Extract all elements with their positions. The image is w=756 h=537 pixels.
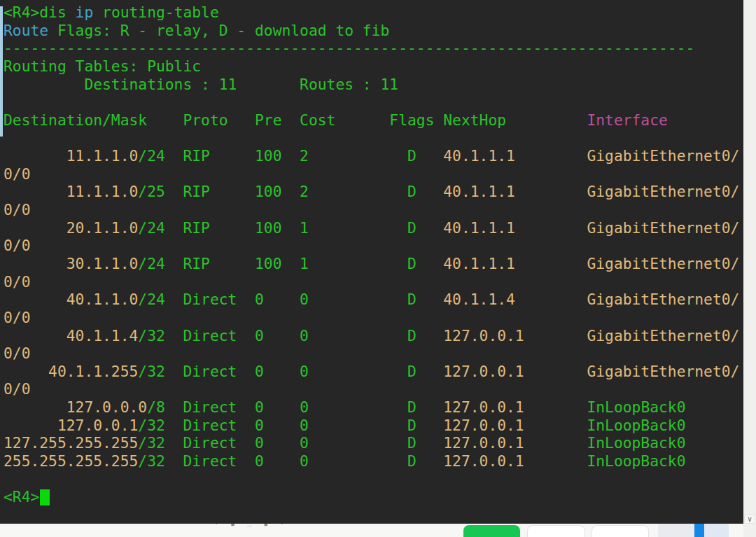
terminal-text-segment: InLoopBack0 (587, 434, 685, 452)
terminal-text-segment: ip (76, 4, 94, 21)
accent-tile[interactable] (694, 524, 704, 537)
terminal-line: 127.255.255.255/32 Direct 0 0 D 127.0.0.… (4, 434, 743, 452)
terminal-line: 30.1.1.0/24 RIP 100 1 D 40.1.1.1 Gigabit… (4, 255, 743, 273)
terminal-text-segment: GigabitEthernet0/ (587, 147, 739, 165)
terminal-line: <R4>dis ip routing-table (4, 4, 743, 22)
terminal-text-segment: /24 (138, 219, 164, 237)
terminal-text-segment: Direct 0 0 D (165, 417, 443, 434)
terminal-line (4, 129, 743, 147)
terminal-line (4, 93, 743, 111)
terminal-text-segment: 127.0.0.0 (4, 398, 147, 416)
terminal-text-segment: <R4>dis (4, 4, 76, 21)
chevron-down-icon[interactable]: ∨ (744, 515, 755, 524)
terminal-line: 20.1.1.0/24 RIP 100 1 D 40.1.1.1 Gigabit… (4, 219, 743, 237)
terminal-text-segment: InLoopBack0 (587, 398, 685, 416)
terminal-text-segment: Direct 0 0 D (165, 327, 443, 344)
terminal-text-segment: Direct 0 0 D (165, 398, 443, 416)
terminal-text-segment: Direct 0 0 D (165, 363, 443, 380)
terminal-text-segment: /24 (138, 291, 164, 308)
terminal-text-segment: 0/0 (4, 237, 30, 254)
selection-strip (0, 6, 3, 137)
terminal-text-segment: 127.0.0.1 (4, 417, 138, 434)
terminal-line: 127.0.0.1/32 Direct 0 0 D 127.0.0.1 InLo… (4, 417, 743, 435)
terminal-text-segment: GigabitEthernet0/ (587, 363, 739, 380)
terminal-text-segment: 127.0.0.1 (443, 417, 587, 434)
terminal-line: 0/0 (4, 273, 743, 291)
terminal-text-segment: RIP 100 2 D (165, 147, 443, 165)
terminal-line: 0/0 (4, 201, 743, 219)
terminal-text-segment: Direct 0 0 D (165, 452, 443, 470)
terminal-line: 0/0 (4, 380, 743, 398)
terminal-text-segment: /8 (147, 398, 165, 416)
terminal-text-segment: Routing Tables: Public (4, 57, 201, 75)
terminal-text-segment: 127.0.0.1 (443, 363, 587, 380)
terminal-line: Route Flags: R - relay, D - download to … (4, 22, 743, 40)
terminal-text-segment: 40.1.1.1 (443, 255, 587, 272)
terminal-text-segment: /24 (138, 255, 164, 272)
terminal-text-segment: 11.1.1.0 (4, 147, 138, 165)
terminal-text-segment: /32 (138, 452, 164, 470)
terminal-window[interactable]: <R4>dis ip routing-tableRoute Flags: R -… (0, 0, 743, 524)
terminal-text-segment: Direct 0 0 D (165, 434, 443, 452)
terminal-text-segment: Interface (587, 111, 667, 129)
terminal-text-segment: RIP 100 1 D (165, 219, 443, 237)
terminal-text-segment: 127.0.0.1 (443, 398, 587, 416)
terminal-text-segment: /25 (138, 183, 164, 200)
terminal-text-segment: RIP 100 1 D (165, 255, 443, 272)
terminal-text-segment: 0/0 (4, 201, 30, 218)
terminal-line: 11.1.1.0/25 RIP 100 2 D 40.1.1.1 Gigabit… (4, 183, 743, 201)
terminal-text-segment: Destinations : 11 Routes : 11 (4, 76, 398, 93)
terminal-text-segment: /32 (138, 327, 164, 344)
terminal-text-segment: Route (4, 22, 48, 39)
terminal-text-segment: 30.1.1.0 (4, 255, 138, 272)
terminal-line: <R4> (4, 488, 743, 506)
confirm-button[interactable] (463, 525, 520, 537)
terminal-text-segment: 40.1.1.4 (443, 291, 587, 308)
terminal-text-segment: /32 (138, 363, 164, 380)
terminal-text-segment: routing-table (93, 4, 219, 21)
terminal-text-segment: RIP 100 2 D (165, 183, 443, 200)
terminal-line: Destination/Mask Proto Pre Cost Flags Ne… (4, 111, 743, 130)
terminal-text-segment: InLoopBack0 (587, 452, 685, 470)
toolbar-button[interactable] (527, 525, 585, 537)
terminal-line: 255.255.255.255/32 Direct 0 0 D 127.0.0.… (4, 452, 743, 470)
terminal-text-segment: 40.1.1.0 (4, 291, 138, 308)
terminal-text-segment: 0/0 (4, 273, 30, 291)
terminal-line: 127.0.0.0/8 Direct 0 0 D 127.0.0.1 InLoo… (4, 398, 743, 417)
terminal-line: 11.1.1.0/24 RIP 100 2 D 40.1.1.1 Gigabit… (4, 147, 743, 165)
terminal-text-segment: 40.1.1.1 (443, 183, 587, 200)
terminal-text-segment: 127.255.255.255 (4, 434, 138, 452)
background-toolbar: · ▪ ‥ ▪ · (0, 524, 743, 537)
terminal-text-segment: /32 (138, 434, 164, 452)
terminal-text-segment: 255.255.255.255 (4, 452, 138, 470)
screen: <R4>dis ip routing-tableRoute Flags: R -… (0, 0, 756, 537)
terminal-line: 0/0 (4, 237, 743, 255)
terminal-line: 40.1.1.255/32 Direct 0 0 D 127.0.0.1 Gig… (4, 363, 743, 381)
terminal-text-segment: GigabitEthernet0/ (587, 183, 739, 200)
terminal-text-segment: 11.1.1.0 (4, 183, 138, 200)
terminal-line: 0/0 (4, 165, 743, 183)
terminal-text-segment: 127.0.0.1 (443, 434, 587, 452)
terminal-text-segment: 20.1.1.0 (4, 219, 138, 237)
terminal-text-segment: GigabitEthernet0/ (587, 255, 739, 272)
taskbar-panel (704, 524, 729, 537)
terminal-text-segment: 0/0 (4, 165, 30, 183)
terminal-text-segment: 127.0.0.1 (443, 452, 587, 470)
toolbar-button[interactable] (592, 525, 649, 537)
terminal-line: Destinations : 11 Routes : 11 (4, 76, 743, 94)
scrollbar-track (743, 0, 756, 537)
terminal-text-segment: 0/0 (4, 309, 30, 326)
terminal-text-segment: 40.1.1.1 (443, 147, 587, 165)
terminal-text-segment: 127.0.0.1 (443, 327, 587, 344)
terminal-text-segment: Direct 0 0 D (165, 291, 443, 308)
terminal-text-segment: /24 (138, 147, 164, 165)
terminal-line (4, 470, 743, 489)
terminal-line: 40.1.1.4/32 Direct 0 0 D 127.0.0.1 Gigab… (4, 327, 743, 345)
terminal-text-segment: GigabitEthernet0/ (587, 327, 739, 344)
terminal-text-segment: ----------------------------------------… (4, 39, 694, 57)
terminal-text-segment: <R4> (4, 488, 39, 505)
terminal-line: 0/0 (4, 309, 743, 327)
terminal-cursor (40, 489, 50, 505)
terminal-text-segment: 0/0 (4, 380, 30, 398)
terminal-line: ----------------------------------------… (4, 39, 743, 57)
